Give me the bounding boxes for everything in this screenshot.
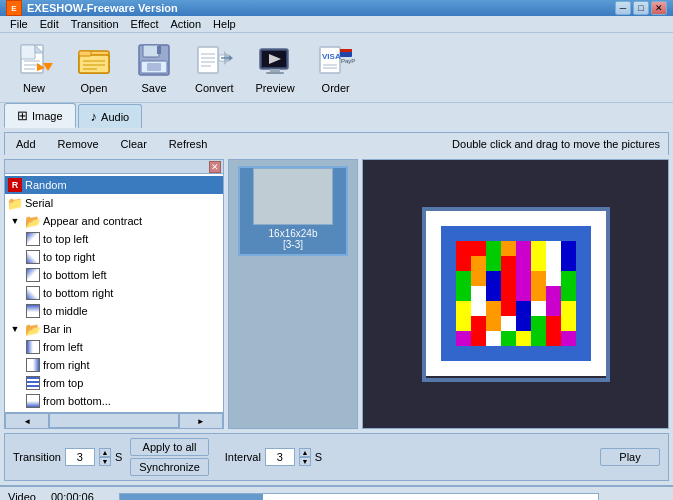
new-icon [15,41,53,79]
order-label: Order [322,82,350,94]
effect-bottom-left-icon [25,267,41,283]
menu-edit[interactable]: Edit [34,16,65,32]
remove-button[interactable]: Remove [55,137,102,151]
title-bar-left: E EXESHOW-Freeware Version [6,0,178,16]
effect-from-right-icon [25,357,41,373]
interval-label: Interval [225,451,261,463]
open-icon [75,41,113,79]
minimize-button[interactable]: ─ [615,1,631,15]
tab-audio[interactable]: ♪ Audio [78,104,143,128]
effect-from-top-icon [25,375,41,391]
synchronize-button[interactable]: Synchronize [130,458,209,476]
new-button[interactable]: New [8,36,60,99]
effect-from-bottom-icon [25,393,41,409]
clear-button[interactable]: Clear [118,137,150,151]
interval-input[interactable] [265,448,295,466]
transition-up-button[interactable]: ▲ [99,448,111,457]
save-button[interactable]: Save [128,36,180,99]
order-icon: VISA PayPal [317,41,355,79]
app-container: E EXESHOW-Freeware Version ─ □ ✕ File Ed… [0,0,673,500]
tree-item-top-left[interactable]: to top left [5,230,223,248]
tree-item-from-left[interactable]: from left [5,338,223,356]
interval-control: Interval ▲ ▼ S [225,448,322,466]
tree-item-from-top-label: from top [43,377,83,389]
appear-expand-icon: ▼ [7,213,23,229]
svg-rect-1 [21,45,35,59]
svg-rect-33 [266,72,284,74]
menu-help[interactable]: Help [207,16,242,32]
tree-item-bar-in[interactable]: ▼ 📂 Bar in [5,320,223,338]
effect-middle-icon [25,303,41,319]
svg-rect-16 [157,46,161,54]
svg-text:VISA: VISA [322,52,341,61]
video-status-row: Video 00:00:06 [8,489,665,500]
effect-bottom-right-icon [25,285,41,301]
play-button[interactable]: Play [600,448,660,466]
tab-audio-label: Audio [101,111,129,123]
transition-down-button[interactable]: ▼ [99,457,111,466]
tab-image-label: Image [32,110,63,122]
tree-item-from-top[interactable]: from top [5,374,223,392]
tree-item-random[interactable]: R Random [5,176,223,194]
tree-item-serial[interactable]: 📁 Serial [5,194,223,212]
tree-item-from-right[interactable]: from right [5,356,223,374]
tree-item-top-left-label: to top left [43,233,88,245]
tree-item-middle-label: to middle [43,305,88,317]
convert-button[interactable]: Convert [188,36,241,99]
title-bar-controls: ─ □ ✕ [615,1,667,15]
order-button[interactable]: VISA PayPal Order [310,36,362,99]
add-button[interactable]: Add [13,137,39,151]
tree-item-bottom-left-label: to bottom left [43,269,107,281]
tree-item-from-bottom[interactable]: from bottom... [5,392,223,410]
tree-item-bottom-right[interactable]: to bottom right [5,284,223,302]
svg-rect-10 [79,51,91,56]
bar-folder-icon: 📂 [25,321,41,337]
status-bar: Video 00:00:06 Audio 00:00:02 [0,485,673,500]
audio-tab-icon: ♪ [91,109,98,124]
svg-marker-28 [229,55,233,61]
svg-rect-37 [340,49,352,52]
open-button[interactable]: Open [68,36,120,99]
tree-item-middle[interactable]: to middle [5,302,223,320]
menu-bar: File Edit Transition Effect Action Help [0,16,673,33]
save-label: Save [141,82,166,94]
tree-item-appear[interactable]: ▼ 📂 Appear and contract [5,212,223,230]
scroll-left-button[interactable]: ◄ [5,413,49,429]
thumbnail[interactable]: 16x16x24b [3-3] [238,166,348,256]
video-label: Video [8,491,43,500]
convert-label: Convert [195,82,234,94]
video-value: 00:00:06 [51,491,111,500]
menu-file[interactable]: File [4,16,34,32]
refresh-button[interactable]: Refresh [166,137,211,151]
tab-image[interactable]: ⊞ Image [4,103,76,128]
menu-effect[interactable]: Effect [125,16,165,32]
interval-down-button[interactable]: ▼ [299,457,311,466]
tree-item-from-right-label: from right [43,359,89,371]
menu-action[interactable]: Action [165,16,208,32]
action-bar: Add Remove Clear Refresh Double click an… [4,132,669,155]
convert-icon [195,41,233,79]
tree-item-from-left-label: from left [43,341,83,353]
preview-canvas [422,207,610,382]
tree-item-top-right[interactable]: to top right [5,248,223,266]
preview-panel [362,159,669,429]
tree-item-bottom-left[interactable]: to bottom left [5,266,223,284]
apply-all-button[interactable]: Apply to all [130,438,209,456]
svg-rect-15 [143,45,159,57]
preview-image [426,211,606,376]
effect-from-left-icon [25,339,41,355]
transition-s-label: S [115,451,122,463]
interval-up-button[interactable]: ▲ [299,448,311,457]
tree-close-button[interactable]: ✕ [209,161,221,173]
close-button[interactable]: ✕ [651,1,667,15]
transition-input[interactable] [65,448,95,466]
scroll-right-button[interactable]: ► [179,413,223,429]
tree-content[interactable]: R Random 📁 Serial ▼ 📂 Appear and contrac… [5,174,223,412]
save-icon [135,41,173,79]
tabs-bar: ⊞ Image ♪ Audio [0,103,673,128]
maximize-button[interactable]: □ [633,1,649,15]
menu-transition[interactable]: Transition [65,16,125,32]
tree-item-serial-label: Serial [25,197,53,209]
control-strip: Transition ▲ ▼ S Apply to all Synchroniz… [4,433,669,481]
preview-button[interactable]: Preview [249,36,302,99]
